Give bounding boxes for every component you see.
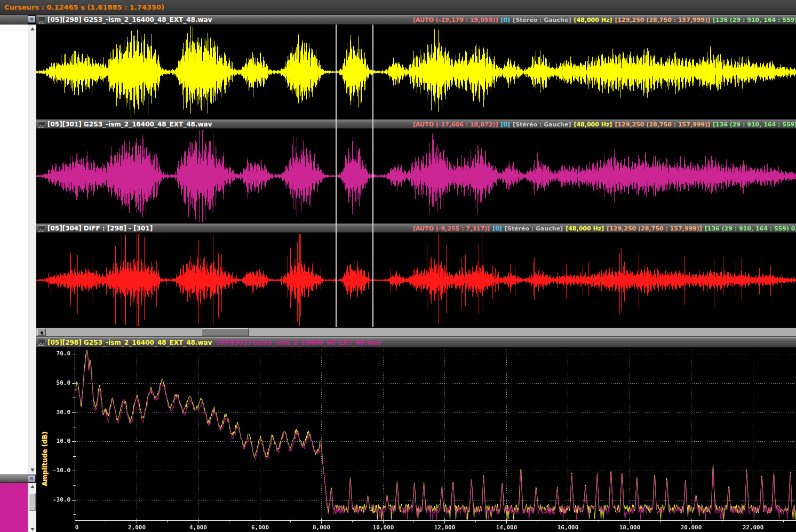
info-segment: [Stéréo : Gauche]: [513, 17, 571, 23]
info-segment: [Stéréo : Gauche]: [505, 225, 563, 232]
vertical-scrollbar-bottom[interactable]: [28, 483, 36, 532]
track-info-segments: [AUTO (-19,179 : 19,055)][0][Stéréo : Ga…: [413, 17, 796, 23]
track-info-segments: [AUTO (-17,606 : 18,872)][0][Stéréo : Ga…: [413, 121, 796, 128]
info-segment: [AUTO (-19,179 : 19,055)]: [413, 17, 498, 23]
info-segment: [136 (29 : 910, 164 : 559) 0.020 s]: [713, 121, 796, 128]
info-segment: [0]: [500, 121, 510, 128]
cursor-line-right[interactable]: [372, 25, 373, 327]
info-segment: [129,250 (28,750 : 157,999)]: [607, 225, 702, 232]
info-segment: [48,000 Hz]: [574, 17, 612, 23]
info-segment: [AUTO (-9,255 : 7,317)]: [413, 225, 490, 232]
scroll-down-icon[interactable]: [30, 469, 35, 472]
vertical-scrollbar[interactable]: [28, 25, 36, 474]
scrollbar-thumb[interactable]: [29, 493, 36, 511]
track-info-segments: [AUTO (-9,255 : 7,317)][0][Stéréo : Gauc…: [413, 225, 796, 232]
close-icon[interactable]: ✕: [28, 15, 36, 23]
info-segment: [129,250 (28,750 : 157,999)]: [615, 17, 710, 23]
info-segment: [0]: [492, 225, 502, 232]
scrollbar-thumb[interactable]: [202, 328, 249, 336]
close-icon[interactable]: ✕: [28, 475, 36, 482]
info-segment: [05][301] G2S3_-ism_2_16400_48_EXT_48.wa…: [217, 339, 381, 346]
track-title: [05][304] DIFF : [298] - [301]: [47, 225, 153, 232]
waveform-icon[interactable]: [38, 225, 45, 232]
track1-waveform-canvas[interactable]: [36, 25, 796, 120]
info-segment: [136 (29 : 910, 164 : 559) 0.020 s]: [713, 17, 796, 23]
scroll-down-icon[interactable]: [30, 528, 35, 531]
scroll-left-icon[interactable]: [37, 329, 46, 336]
spectrum-header[interactable]: [05][298] G2S3_-ism_2_16400_48_EXT_48.wa…: [36, 337, 796, 347]
info-segment: [48,000 Hz]: [566, 225, 604, 232]
track-header-3[interactable]: [05][304] DIFF : [298] - [301] [AUTO (-9…: [36, 224, 796, 233]
info-segment: [136 (29 : 910, 164 : 559) 0.020 s]: [705, 225, 796, 232]
track-title: [05][301] G2S3_-ism_2_16400_48_EXT_48.wa…: [47, 121, 212, 128]
info-segment: [129,250 (28,750 : 157,999)]: [615, 121, 710, 128]
left-header-strip: [0, 15, 28, 25]
track2-waveform-canvas[interactable]: [36, 129, 796, 224]
spectrum-header-files: [05][298] G2S3_-ism_2_16400_48_EXT_48.wa…: [47, 339, 381, 346]
track-header-1[interactable]: [05][298] G2S3_-ism_2_16400_48_EXT_48.wa…: [36, 15, 796, 25]
info-segment: [0]: [500, 17, 510, 23]
info-segment: [Stéréo : Gauche]: [513, 121, 571, 128]
waveform-icon[interactable]: [38, 17, 45, 23]
track3-waveform-canvas[interactable]: [36, 233, 796, 328]
horizontal-scrollbar[interactable]: [36, 328, 796, 337]
audio-analysis-app: Curseurs : 0.12465 s (1.61885 : 1.74350)…: [0, 0, 796, 532]
waveform-icon[interactable]: [38, 121, 45, 128]
scroll-up-icon[interactable]: [30, 485, 35, 488]
track-title: [05][298] G2S3_-ism_2_16400_48_EXT_48.wa…: [47, 16, 212, 23]
spectrum-plot-canvas[interactable]: [36, 347, 796, 532]
track-list-panel[interactable]: [0, 25, 28, 474]
cursor-line-left[interactable]: [336, 25, 337, 327]
info-segment: [48,000 Hz]: [574, 121, 612, 128]
info-segment: [AUTO (-17,606 : 18,872)]: [413, 121, 498, 128]
track-header-2[interactable]: [05][301] G2S3_-ism_2_16400_48_EXT_48.wa…: [36, 120, 796, 129]
waveform-icon[interactable]: [38, 339, 45, 346]
cursor-status-bar: Curseurs : 0.12465 s (1.61885 : 1.74350): [0, 0, 796, 15]
cursor-readout: Curseurs : 0.12465 s (1.61885 : 1.74350): [4, 3, 164, 11]
scroll-up-icon[interactable]: [30, 27, 35, 30]
color-swatch-panel[interactable]: [0, 483, 28, 532]
info-segment: [05][298] G2S3_-ism_2_16400_48_EXT_48.wa…: [47, 339, 212, 346]
